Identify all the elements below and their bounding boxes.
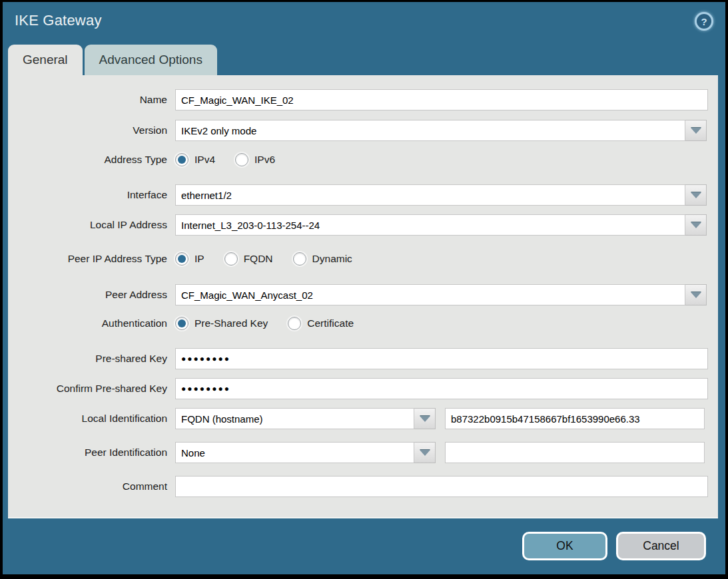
chevron-down-icon [420, 416, 430, 422]
radio-fqdn-label: FQDN [244, 253, 273, 265]
confirm-pre-shared-key-row: Confirm Pre-shared Key [8, 378, 718, 399]
local-ip-address-label: Local IP Address [8, 219, 167, 231]
version-dropdown-button[interactable] [685, 120, 707, 141]
peer-ip-type-radio-group: IP FQDN Dynamic [175, 250, 372, 268]
interface-row: Interface [8, 184, 718, 206]
local-ip-address-dropdown-button[interactable] [685, 214, 707, 236]
name-label: Name [8, 94, 167, 106]
peer-ip-address-type-row: Peer IP Address Type IP FQDN Dynamic [8, 250, 718, 268]
address-type-radio-group: IPv4 IPv6 [175, 151, 295, 168]
titlebar: IKE Gateway ? [3, 2, 725, 45]
version-combobox [175, 120, 707, 141]
local-ip-address-row: Local IP Address [8, 214, 718, 236]
peer-ip-address-type-label: Peer IP Address Type [8, 253, 167, 265]
general-tab-panel: Name Version Address Type IPv4 [8, 75, 718, 518]
peer-identification-type-combobox [175, 442, 436, 463]
version-input[interactable] [175, 120, 685, 141]
interface-combobox [175, 184, 707, 206]
help-icon[interactable]: ? [695, 12, 713, 31]
local-identification-value-input[interactable] [445, 408, 705, 429]
radio-circle-icon [175, 317, 188, 330]
radio-ipv4[interactable]: IPv4 [175, 153, 215, 166]
name-input[interactable] [175, 89, 708, 110]
local-identification-type-combobox [175, 408, 436, 429]
comment-label: Comment [8, 481, 167, 492]
pre-shared-key-row: Pre-shared Key [8, 348, 718, 369]
local-ip-address-combobox [175, 214, 707, 236]
local-identification-row: Local Identification [8, 408, 718, 429]
peer-identification-label: Peer Identification [8, 447, 167, 459]
cancel-button[interactable]: Cancel [616, 532, 706, 560]
radio-circle-icon [224, 252, 238, 266]
confirm-pre-shared-key-label: Confirm Pre-shared Key [8, 383, 167, 395]
local-identification-type-input[interactable] [175, 408, 414, 429]
radio-dynamic[interactable]: Dynamic [293, 252, 352, 266]
interface-label: Interface [8, 189, 167, 201]
authentication-row: Authentication Pre-Shared Key Certificat… [8, 315, 718, 332]
radio-certificate[interactable]: Certificate [288, 317, 354, 330]
ike-gateway-dialog: IKE Gateway ? General Advanced Options N… [0, 0, 728, 579]
interface-input[interactable] [175, 184, 685, 206]
chevron-down-icon [691, 128, 701, 134]
chevron-down-icon [691, 292, 701, 298]
pre-shared-key-label: Pre-shared Key [8, 353, 167, 365]
comment-input[interactable] [175, 476, 708, 497]
radio-ipv4-label: IPv4 [194, 154, 215, 166]
radio-circle-icon [175, 153, 188, 166]
comment-row: Comment [8, 476, 718, 497]
peer-identification-dropdown-button[interactable] [414, 442, 436, 463]
radio-pre-shared-key[interactable]: Pre-Shared Key [175, 317, 268, 330]
version-row: Version [8, 120, 718, 141]
radio-certificate-label: Certificate [307, 317, 354, 329]
radio-ip[interactable]: IP [175, 252, 204, 266]
local-ip-address-input[interactable] [175, 214, 685, 236]
name-row: Name [8, 89, 718, 110]
authentication-label: Authentication [8, 317, 167, 329]
peer-identification-type-input[interactable] [175, 442, 414, 463]
radio-ipv6-label: IPv6 [254, 154, 275, 166]
version-label: Version [8, 124, 167, 136]
peer-identification-row: Peer Identification [8, 442, 718, 463]
peer-address-dropdown-button[interactable] [685, 284, 707, 305]
pre-shared-key-input[interactable] [175, 348, 708, 369]
interface-dropdown-button[interactable] [685, 184, 707, 206]
radio-circle-icon [175, 252, 188, 266]
radio-fqdn[interactable]: FQDN [224, 252, 273, 266]
chevron-down-icon [691, 192, 701, 198]
local-identification-dropdown-button[interactable] [414, 408, 436, 429]
address-type-label: Address Type [8, 154, 167, 166]
chevron-down-icon [420, 450, 430, 456]
radio-psk-label: Pre-Shared Key [194, 317, 268, 329]
radio-circle-icon [235, 153, 248, 166]
peer-address-row: Peer Address [8, 284, 718, 305]
ok-button[interactable]: OK [522, 532, 607, 560]
confirm-pre-shared-key-input[interactable] [175, 378, 708, 399]
address-type-row: Address Type IPv4 IPv6 [8, 151, 718, 168]
radio-ip-label: IP [194, 253, 204, 265]
peer-address-input[interactable] [175, 284, 685, 305]
radio-ipv6[interactable]: IPv6 [235, 153, 275, 166]
local-identification-label: Local Identification [8, 413, 167, 425]
peer-address-label: Peer Address [8, 289, 167, 301]
tab-advanced-options[interactable]: Advanced Options [85, 45, 217, 75]
chevron-down-icon [691, 222, 701, 228]
tab-bar: General Advanced Options [8, 45, 725, 75]
peer-identification-value-input[interactable] [445, 442, 705, 463]
peer-address-combobox [175, 284, 707, 305]
footer: OK Cancel [3, 532, 725, 560]
tab-general[interactable]: General [8, 45, 83, 75]
radio-circle-icon [293, 252, 306, 266]
authentication-radio-group: Pre-Shared Key Certificate [175, 315, 374, 332]
radio-circle-icon [288, 317, 301, 330]
dialog-title: IKE Gateway [15, 12, 102, 29]
radio-dynamic-label: Dynamic [312, 253, 352, 265]
